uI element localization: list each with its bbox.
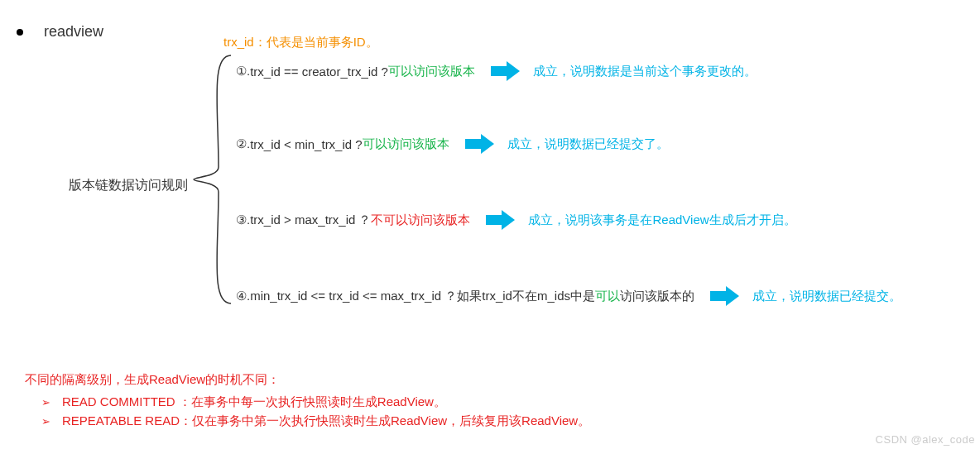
- brace-icon: [185, 51, 235, 308]
- bottom-item: ➢ READ COMMITTED ：在事务中每一次执行快照读时生成ReadVie…: [41, 394, 590, 410]
- rule-number: ③.: [236, 213, 250, 227]
- arrow-icon: [490, 60, 521, 83]
- bottom-title: 不同的隔离级别，生成ReadView的时机不同：: [25, 372, 590, 388]
- rule-result: 不可以访问该版本: [371, 213, 470, 228]
- watermark: CSDN @alex_code: [876, 433, 975, 446]
- header-bullet: readview: [17, 23, 103, 41]
- rule-number: ①.: [236, 64, 250, 79]
- rule-condition: trx_id == creator_trx_id ?: [250, 64, 388, 79]
- rule-row-4: ④. min_trx_id <= trx_id <= max_trx_id ？如…: [236, 286, 901, 306]
- rule-condition: trx_id > max_trx_id ？: [250, 213, 371, 228]
- bottom-item-text: READ COMMITTED ：在事务中每一次执行快照读时生成ReadView。: [62, 394, 446, 410]
- arrow-icon: [485, 208, 516, 232]
- rule-condition: trx_id < min_trx_id ?: [250, 137, 362, 151]
- rule-result: 可以访问该版本: [363, 136, 449, 152]
- rule-explain: 成立，说明数据是当前这个事务更改的。: [533, 64, 757, 79]
- header-title: readview: [44, 23, 103, 41]
- rule-explain: 成立，说明数据已经提交。: [752, 289, 901, 304]
- rule-number: ②.: [236, 136, 250, 151]
- arrow-icon: [464, 132, 496, 155]
- bottom-item: ➢ REPEATABLE READ：仅在事务中第一次执行快照读时生成ReadVi…: [41, 413, 590, 429]
- bottom-item-text: REPEATABLE READ：仅在事务中第一次执行快照读时生成ReadView…: [62, 413, 590, 429]
- rule-row-1: ①. trx_id == creator_trx_id ? 可以访问该版本 成立…: [236, 61, 757, 81]
- rule-explain: 成立，说明数据已经提交了。: [507, 136, 669, 152]
- rule-row-2: ②. trx_id < min_trx_id ? 可以访问该版本 成立，说明数据…: [236, 134, 669, 154]
- rule-condition: min_trx_id <= trx_id <= max_trx_id ？如果tr…: [250, 289, 595, 304]
- rule-result: 可以访问该版本: [388, 64, 475, 79]
- rule-condition-suffix: 访问该版本的: [620, 289, 694, 304]
- rule-result: 可以: [595, 289, 620, 304]
- triangle-icon: ➢: [41, 396, 50, 408]
- bullet-dot: [17, 29, 23, 36]
- bottom-section: 不同的隔离级别，生成ReadView的时机不同： ➢ READ COMMITTE…: [25, 372, 590, 432]
- rules-label: 版本链数据访问规则: [69, 177, 188, 194]
- rule-row-3: ③. trx_id > max_trx_id ？ 不可以访问该版本 成立，说明该…: [236, 210, 796, 230]
- rule-number: ④.: [236, 289, 250, 303]
- trx-id-note: trx_id：代表是当前事务ID。: [223, 35, 378, 50]
- rule-explain: 成立，说明该事务是在ReadView生成后才开启。: [528, 213, 795, 228]
- arrow-icon: [709, 284, 741, 308]
- triangle-icon: ➢: [41, 415, 50, 428]
